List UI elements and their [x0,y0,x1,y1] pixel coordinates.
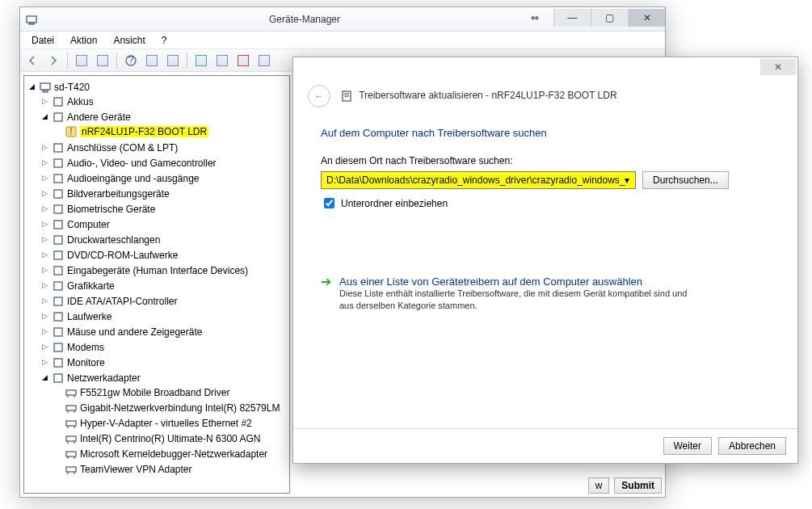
device-category-icon [52,203,65,216]
tree-item[interactable]: Gigabit-Netzwerkverbindung Intel(R) 8257… [80,402,280,414]
expand-toggle[interactable] [40,204,49,213]
scan-hardware-button[interactable] [234,52,252,69]
include-subfolders-input[interactable] [324,198,334,208]
tree-item[interactable]: DVD/CD-ROM-Laufwerke [67,250,178,261]
browse-button[interactable]: Durchsuchen... [642,171,729,189]
device-category-icon [52,187,65,200]
expand-toggle[interactable] [40,158,49,167]
expand-toggle[interactable] [40,143,49,152]
tree-item-highlighted[interactable]: nRF24LU1P-F32 BOOT LDR [80,126,208,137]
svg-rect-1 [29,23,34,24]
svg-text:?: ? [128,54,134,65]
tree-item[interactable]: Biometrische Geräte [67,204,155,215]
unknown-device-icon: ! [65,125,78,138]
tree-item[interactable]: Anschlüsse (COM & LPT) [67,142,178,154]
chevron-down-icon[interactable]: ▾ [621,173,633,187]
expand-toggle[interactable] [40,97,49,106]
device-category-icon [52,356,65,369]
tree-item[interactable]: Laufwerke [67,311,111,322]
tree-item[interactable]: Netzwerkadapter [67,372,141,384]
option-title: Aus einer Liste von Gerätetreibern auf d… [339,276,695,288]
tree-item[interactable]: Akkus [67,96,94,107]
tree-item[interactable]: Audioeingänge und -ausgänge [67,173,199,184]
menu-view[interactable]: Ansicht [107,33,151,48]
expand-toggle[interactable] [40,220,49,229]
update-driver-button[interactable] [192,52,210,69]
expand-toggle[interactable] [40,235,49,244]
option-desc: Diese Liste enthält installierte Treiber… [339,288,695,312]
restore-icon[interactable]: ⇔ [516,9,553,27]
dialog-title: Treibersoftware aktualisieren - nRF24LU1… [340,90,617,103]
list-view-button[interactable] [143,52,161,69]
maximize-button[interactable]: ▢ [591,9,628,27]
window-title: Geräte-Manager [43,14,340,25]
expand-toggle[interactable] [40,266,49,275]
svg-rect-24 [54,359,62,367]
device-category-icon [52,157,65,170]
tree-item[interactable]: Bildverarbeitungsgeräte [67,188,170,200]
expand-toggle[interactable] [27,82,36,91]
w-button[interactable]: w [588,477,610,494]
properties-button[interactable] [94,52,111,69]
tree-item[interactable]: Monitore [67,357,105,368]
dialog-back-button[interactable]: ← [308,85,330,107]
minimize-button[interactable]: — [553,9,591,27]
disable-button[interactable] [255,52,273,69]
tree-item[interactable]: Mäuse und andere Zeigegeräte [67,326,202,338]
tree-item[interactable]: Computer [67,219,110,230]
expand-toggle[interactable] [40,112,49,121]
tree-item[interactable]: Druckwarteschlangen [67,234,160,246]
help-button[interactable]: ? [122,52,140,69]
tree-item[interactable]: Andere Geräte [67,111,131,123]
heading: Auf dem Computer nach Treibersoftware su… [321,127,773,139]
back-button[interactable] [23,52,41,69]
dialog-close-button[interactable]: ✕ [760,59,796,75]
expand-toggle[interactable] [40,189,49,198]
svg-rect-6 [54,98,62,106]
next-button[interactable]: Weiter [663,437,712,455]
pick-from-list-option[interactable]: ➔ Aus einer Liste von Gerätetreibern auf… [321,276,773,312]
menu-help[interactable]: ? [155,33,174,48]
expand-toggle[interactable] [40,297,49,305]
expand-toggle[interactable] [40,373,49,382]
svg-rect-19 [54,282,62,290]
detail-view-button[interactable] [164,52,182,69]
tree-item[interactable]: Microsoft Kerneldebugger-Netzwerkadapter [80,448,267,460]
path-label: An diesem Ort nach Treibersoftware suche… [321,155,773,166]
tree-item[interactable]: IDE ATA/ATAPI-Controller [67,296,177,307]
expand-toggle[interactable] [40,312,49,321]
tree-item[interactable]: Grafikkarte [67,280,115,292]
tree-item[interactable]: Modems [67,342,104,353]
expand-toggle[interactable] [40,358,49,367]
expand-toggle[interactable] [40,327,49,336]
svg-rect-16 [54,236,62,244]
expand-toggle[interactable] [40,281,49,290]
tree-item[interactable]: Eingabegeräte (Human Interface Devices) [67,265,248,276]
device-category-icon [52,141,65,154]
close-button[interactable]: ✕ [628,9,665,27]
tree-item[interactable]: F5521gw Mobile Broadband Driver [80,387,229,398]
tree-root[interactable]: sd-T420 [54,82,90,93]
show-hide-tree-button[interactable] [73,52,90,69]
expand-toggle[interactable] [40,250,49,259]
expand-toggle[interactable] [40,174,49,183]
tree-item[interactable]: Hyper-V-Adapter - virtuelles Ethernet #2 [80,418,252,429]
menu-file[interactable]: Datei [25,33,61,48]
cancel-button[interactable]: Abbrechen [718,437,786,455]
svg-rect-35 [66,436,76,441]
forward-button[interactable] [44,52,62,69]
path-combobox[interactable]: D:\Data\Downloads\crazyradio_windows_dri… [321,171,636,189]
include-subfolders-checkbox[interactable]: Unterordner einbeziehen [321,196,773,211]
tree-item[interactable]: TeamViewer VPN Adapter [80,464,192,475]
tree-item[interactable]: Intel(R) Centrino(R) Ultimate-N 6300 AGN [80,433,260,444]
menu-action[interactable]: Aktion [64,33,103,48]
uninstall-button[interactable] [213,52,231,69]
expand-toggle[interactable] [40,343,49,351]
device-category-icon [52,233,65,246]
device-category-icon [52,218,65,231]
tree-item[interactable]: Audio-, Video- und Gamecontroller [67,158,217,169]
network-adapter-icon [65,463,78,476]
device-tree[interactable]: sd-T420 AkkusAndere Geräte!nRF24LU1P-F32… [23,75,290,494]
submit-button[interactable]: Submit [614,477,662,494]
device-category-icon [52,310,65,323]
